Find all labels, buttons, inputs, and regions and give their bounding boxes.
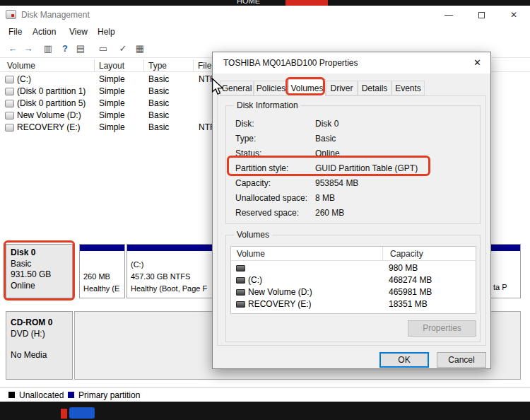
maximize-icon bbox=[478, 12, 485, 18]
volume-type: Basic bbox=[148, 98, 169, 108]
properties-button[interactable]: Properties bbox=[408, 320, 476, 337]
volume-icon bbox=[236, 289, 245, 296]
column-header-volume[interactable]: Volume bbox=[3, 59, 95, 72]
volume-name: New Volume (D:) bbox=[17, 110, 81, 120]
volume-icon bbox=[236, 265, 245, 272]
mouse-cursor bbox=[211, 78, 225, 95]
volume-capacity: 465981 MB bbox=[389, 287, 432, 297]
console-tree-icon[interactable]: ▥ bbox=[41, 42, 55, 56]
menu-help[interactable]: Help bbox=[98, 24, 115, 40]
disk0-size: 931.50 GB bbox=[11, 269, 51, 279]
action-pane-icon[interactable]: ▭ bbox=[96, 42, 110, 56]
partition-style-label: Partition style: bbox=[235, 163, 288, 173]
unallocated-legend-label: Unallocated bbox=[19, 390, 64, 400]
drive-icon bbox=[5, 88, 14, 95]
drive-icon bbox=[5, 100, 14, 107]
primary-partition-band bbox=[80, 245, 124, 251]
menu-view[interactable]: View bbox=[69, 24, 88, 40]
cdrom-label-box[interactable]: CD-ROM 0 DVD (H:) No Media bbox=[6, 311, 73, 380]
menu-bar: File Action View Help bbox=[0, 24, 530, 40]
close-button[interactable]: ✕ bbox=[497, 6, 530, 24]
help-icon[interactable]: ? bbox=[58, 42, 72, 56]
dialog-titlebar[interactable]: TOSHIBA MQ01ABD100 Properties ✕ bbox=[213, 52, 490, 74]
unallocated-value: 8 MB bbox=[315, 193, 335, 203]
background-nav-fragment: HOME bbox=[237, 0, 260, 5]
minimize-button[interactable]: — bbox=[432, 6, 465, 24]
background-red-fragment bbox=[61, 409, 67, 419]
background-blue-fragment bbox=[69, 407, 95, 419]
cdrom-name: CD-ROM 0 bbox=[11, 317, 52, 327]
partition-text-fragment: ta P bbox=[493, 283, 507, 291]
disk0-label-box[interactable]: Disk 0 Basic 931.50 GB Online bbox=[6, 244, 73, 298]
forward-icon[interactable]: → bbox=[21, 42, 35, 56]
tab-driver[interactable]: Driver bbox=[326, 81, 358, 95]
tab-details[interactable]: Details bbox=[358, 81, 391, 95]
volumes-table-row[interactable]: (C:) 468274 MB bbox=[231, 274, 476, 286]
partition-name: (C:) bbox=[131, 260, 143, 269]
volume-layout: Simple bbox=[99, 74, 125, 84]
background-red-fragment bbox=[285, 0, 328, 6]
volume-type: Basic bbox=[148, 86, 169, 96]
volume-capacity: 468274 MB bbox=[389, 275, 432, 285]
partition-efi[interactable]: 260 MB Healthy (E bbox=[79, 244, 125, 298]
capacity-label: Capacity: bbox=[235, 178, 271, 188]
refresh-icon[interactable]: ✓ bbox=[116, 42, 130, 56]
drive-icon bbox=[5, 76, 14, 83]
type-value: Basic bbox=[315, 134, 336, 144]
menu-file[interactable]: File bbox=[8, 24, 22, 40]
dialog-close-button[interactable]: ✕ bbox=[473, 57, 481, 68]
reserved-label: Reserved space: bbox=[235, 208, 299, 218]
drive-icon bbox=[5, 112, 14, 119]
volume-icon bbox=[236, 301, 245, 308]
unallocated-label: Unallocated space: bbox=[235, 193, 307, 203]
properties-icon[interactable]: ▦ bbox=[133, 42, 147, 56]
partition-health: Healthy (E bbox=[83, 284, 119, 293]
volume-icon bbox=[236, 277, 245, 284]
capacity-value: 953854 MB bbox=[315, 178, 358, 188]
status-label: Status: bbox=[235, 148, 261, 158]
volume-layout: Simple bbox=[99, 98, 125, 108]
volumes-col-capacity[interactable]: Capacity bbox=[383, 247, 476, 261]
primary-partition-legend-swatch bbox=[68, 392, 74, 398]
volumes-table[interactable]: Volume Capacity 980 MB (C:) 468274 MB Ne… bbox=[230, 246, 476, 314]
ok-button[interactable]: OK bbox=[379, 352, 429, 368]
disk0-name: Disk 0 bbox=[11, 247, 35, 257]
volume-type: Basic bbox=[148, 74, 169, 84]
tab-policies[interactable]: Policies bbox=[254, 81, 288, 95]
disk-information-group-label: Disk Information bbox=[234, 100, 301, 110]
window-titlebar[interactable]: Disk Management — ✕ bbox=[0, 6, 530, 24]
volume-name: RECOVERY (E:) bbox=[17, 122, 81, 132]
disk-label: Disk: bbox=[235, 119, 254, 129]
reserved-value: 260 MB bbox=[315, 208, 344, 218]
volumes-table-row[interactable]: 980 MB bbox=[231, 262, 476, 274]
export-list-icon[interactable]: ▤ bbox=[73, 42, 88, 56]
disk-value: Disk 0 bbox=[315, 119, 338, 129]
volume-type: Basic bbox=[148, 122, 169, 132]
partition-style-value: GUID Partition Table (GPT) bbox=[315, 163, 418, 173]
volume-layout: Simple bbox=[99, 86, 125, 96]
column-header-type[interactable]: Type bbox=[144, 59, 194, 72]
volume-name: (C:) bbox=[17, 74, 31, 84]
back-icon[interactable]: ← bbox=[6, 42, 20, 56]
menu-action[interactable]: Action bbox=[33, 24, 56, 40]
maximize-button[interactable] bbox=[465, 6, 497, 24]
volume-name: (C:) bbox=[248, 275, 262, 285]
volumes-col-volume[interactable]: Volume bbox=[231, 247, 383, 261]
dialog-title: TOSHIBA MQ01ABD100 Properties bbox=[223, 58, 358, 68]
type-label: Type: bbox=[235, 134, 256, 144]
partition-health: Healthy (Boot, Page F bbox=[131, 284, 207, 293]
window-title: Disk Management bbox=[21, 10, 90, 20]
unallocated-legend-swatch bbox=[8, 392, 15, 398]
tab-events[interactable]: Events bbox=[391, 81, 425, 95]
cdrom-status: No Media bbox=[11, 350, 47, 360]
cancel-button[interactable]: Cancel bbox=[437, 352, 486, 368]
partition-size: 260 MB bbox=[83, 272, 110, 281]
column-header-layout[interactable]: Layout bbox=[95, 59, 144, 72]
volumes-table-row[interactable]: RECOVERY (E:) 18351 MB bbox=[231, 298, 476, 310]
tab-volumes[interactable]: Volumes bbox=[288, 79, 326, 96]
volumes-table-row[interactable]: New Volume (D:) 465981 MB bbox=[231, 286, 476, 298]
volume-name: (Disk 0 partition 5) bbox=[17, 98, 86, 108]
partition-size: 457.30 GB NTFS bbox=[131, 272, 190, 281]
status-value: Online bbox=[315, 148, 340, 158]
disk0-type: Basic bbox=[11, 259, 31, 269]
